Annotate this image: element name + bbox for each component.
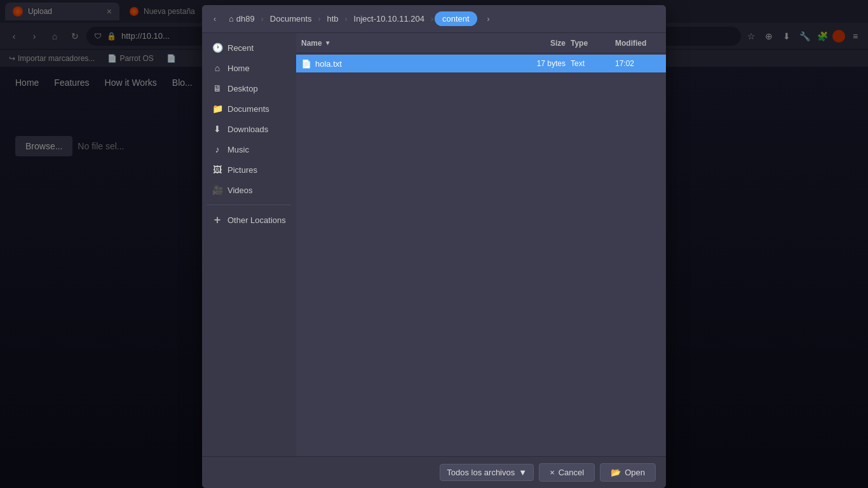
breadcrumb-home[interactable]: ⌂ dh89 [224,11,260,26]
filelist-content: 📄 hola.txt 17 bytes Text 17:02 [296,53,666,456]
filter-dropdown[interactable]: Todos los archivos ▼ [440,464,534,481]
cancel-button[interactable]: × Cancel [539,463,595,482]
dialog-header: ‹ ⌂ dh89 › Documents › htb › Inject-10.1… [202,5,666,33]
breadcrumb-back-button[interactable]: ‹ [207,11,222,27]
breadcrumb-htb[interactable]: htb [322,11,344,26]
breadcrumb-forward-button[interactable]: › [481,11,496,27]
file-type: Text [566,59,610,68]
sidebar-desktop-label: Desktop [227,84,258,93]
sidebar-downloads-label: Downloads [227,125,268,134]
cancel-label: Cancel [559,468,584,477]
desktop-icon: 🖥 [212,83,222,93]
open-label: Open [625,468,645,477]
column-type-header[interactable]: Type [566,39,610,48]
breadcrumb-inject-label: Inject-10.10.11.204 [354,14,424,24]
column-size-label: Size [550,39,566,48]
open-button[interactable]: 📂 Open [600,463,656,482]
column-name-label: Name [301,39,322,48]
breadcrumb-content-label: content [442,14,470,24]
file-size: 17 bytes [515,59,566,68]
column-name-header[interactable]: Name ▼ [301,39,515,48]
sidebar-videos-label: Videos [227,186,253,195]
breadcrumb-documents[interactable]: Documents [265,11,317,26]
documents-icon: 📁 [212,104,222,114]
dialog-footer: Todos los archivos ▼ × Cancel 📂 Open [202,456,666,488]
column-sort-icon: ▼ [325,39,331,46]
dialog-body: 🕐 Recent ⌂ Home 🖥 Desktop 📁 Documents ⬇ … [202,33,666,456]
dialog-filelist: Name ▼ Size Type Modified 📄 hola.txt [296,33,666,456]
open-icon: 📂 [611,468,621,477]
home-sidebar-icon: ⌂ [212,63,222,73]
file-txt-icon: 📄 [301,58,311,69]
file-modified: 17:02 [610,59,661,68]
sidebar-item-downloads[interactable]: ⬇ Downloads [205,119,294,139]
sidebar-item-documents[interactable]: 📁 Documents [205,99,294,118]
sidebar-music-label: Music [227,145,249,154]
sidebar-item-recent[interactable]: 🕐 Recent [205,38,294,57]
sidebar-recent-label: Recent [227,43,254,53]
column-modified-header[interactable]: Modified [610,39,661,48]
breadcrumb-documents-label: Documents [270,14,312,24]
column-modified-label: Modified [615,39,646,48]
file-name: hola.txt [315,59,515,69]
file-dialog: ‹ ⌂ dh89 › Documents › htb › Inject-10.1… [202,5,666,488]
sidebar-home-label: Home [227,64,250,73]
breadcrumb-htb-label: htb [327,14,339,24]
sidebar-item-desktop[interactable]: 🖥 Desktop [205,79,294,98]
breadcrumb-sep-1: › [261,15,264,24]
pictures-icon: 🖼 [212,165,222,175]
table-row[interactable]: 📄 hola.txt 17 bytes Text 17:02 [296,55,666,72]
recent-icon: 🕐 [212,43,222,53]
sidebar-item-videos[interactable]: 🎥 Videos [205,180,294,200]
videos-icon: 🎥 [212,185,222,195]
sidebar-pictures-label: Pictures [227,165,257,175]
sidebar-item-other-locations[interactable]: + Other Locations [205,210,294,229]
downloads-icon: ⬇ [212,124,222,134]
breadcrumb-inject[interactable]: Inject-10.10.11.204 [349,11,430,26]
sidebar-item-home[interactable]: ⌂ Home [205,58,294,78]
breadcrumb-content[interactable]: content [435,11,477,26]
breadcrumb-sep-2: › [318,15,321,24]
home-breadcrumb-icon: ⌂ [229,14,234,24]
sidebar-item-music[interactable]: ♪ Music [205,140,294,159]
breadcrumb-dh89: dh89 [236,14,255,24]
sidebar-other-locations-label: Other Locations [227,215,286,225]
other-locations-icon: + [212,215,222,225]
column-size-header[interactable]: Size [515,39,566,48]
filter-chevron-icon: ▼ [519,468,527,477]
filter-label: Todos los archivos [447,468,515,477]
sidebar-documents-label: Documents [227,104,269,114]
column-type-label: Type [571,39,588,48]
cancel-icon: × [550,468,555,477]
dialog-sidebar: 🕐 Recent ⌂ Home 🖥 Desktop 📁 Documents ⬇ … [202,33,296,456]
filelist-header: Name ▼ Size Type Modified [296,33,666,53]
breadcrumb-sep-3: › [345,15,348,24]
breadcrumb-sep-4: › [431,15,433,24]
sidebar-item-pictures[interactable]: 🖼 Pictures [205,160,294,179]
music-icon: ♪ [212,144,222,154]
sidebar-divider [207,205,291,205]
